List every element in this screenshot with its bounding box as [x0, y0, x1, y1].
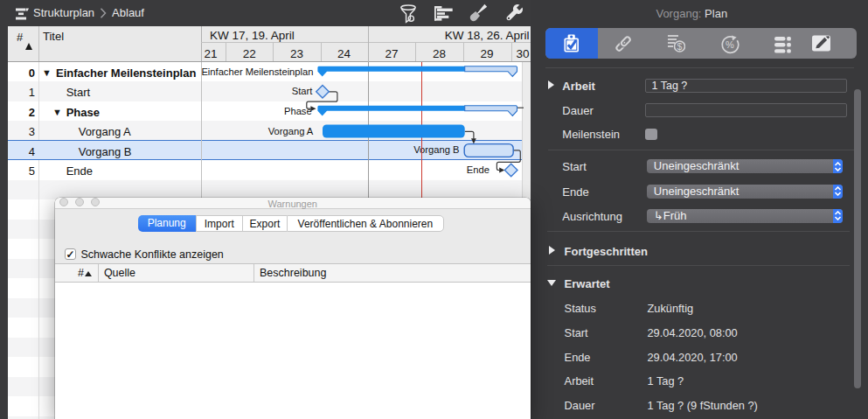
svg-text:$: $ — [677, 41, 683, 52]
svg-text:%: % — [726, 39, 735, 50]
